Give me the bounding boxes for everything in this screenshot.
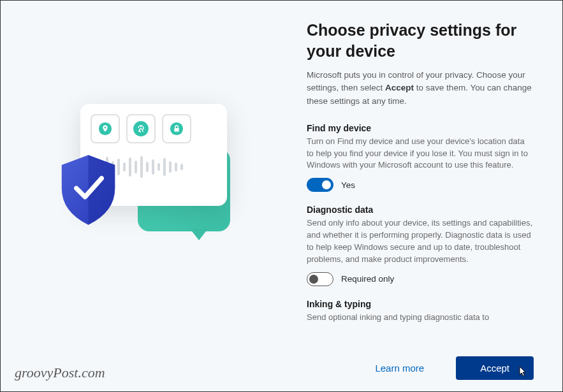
- bottom-action-bar: Learn more Accept: [375, 356, 534, 380]
- learn-more-link[interactable]: Learn more: [375, 363, 424, 374]
- icon-row: [91, 114, 217, 143]
- inking-title: Inking & typing: [307, 299, 534, 309]
- settings-panel: Choose privacy settings for your device …: [294, 1, 562, 391]
- diagnostic-toggle-row: Required only: [307, 272, 534, 286]
- find-device-desc: Turn on Find my device and use your devi…: [307, 136, 534, 172]
- page-subtitle: Microsoft puts you in control of your pr…: [307, 69, 534, 108]
- main-container: Choose privacy settings for your device …: [1, 1, 562, 391]
- watermark: groovyPost.com: [15, 365, 105, 381]
- inking-desc: Send optional inking and typing diagnost…: [307, 312, 534, 324]
- diagnostic-data-setting: Diagnostic data Send only info about you…: [307, 205, 534, 286]
- inking-typing-setting: Inking & typing Send optional inking and…: [307, 299, 534, 330]
- diagnostic-toggle[interactable]: [307, 272, 333, 286]
- page-title: Choose privacy settings for your device: [307, 20, 534, 61]
- accept-button[interactable]: Accept: [456, 356, 534, 380]
- lock-icon: [162, 114, 191, 143]
- subtitle-bold: Accept: [385, 83, 414, 92]
- diagnostic-desc: Send only info about your device, its se…: [307, 217, 534, 265]
- find-device-title: Find my device: [307, 123, 534, 133]
- find-device-toggle-row: Yes: [307, 178, 534, 192]
- find-device-toggle[interactable]: [307, 178, 333, 192]
- diagnostic-title: Diagnostic data: [307, 205, 534, 215]
- illustration-panel: [1, 1, 294, 391]
- find-my-device-setting: Find my device Turn on Find my device an…: [307, 123, 534, 192]
- svg-rect-3: [174, 128, 179, 132]
- privacy-illustration: [45, 94, 249, 273]
- shield-icon: [55, 152, 122, 228]
- find-device-toggle-label: Yes: [341, 180, 355, 190]
- diagnostic-toggle-label: Required only: [341, 274, 394, 284]
- fingerprint-icon: [126, 114, 156, 143]
- location-icon: [91, 114, 120, 143]
